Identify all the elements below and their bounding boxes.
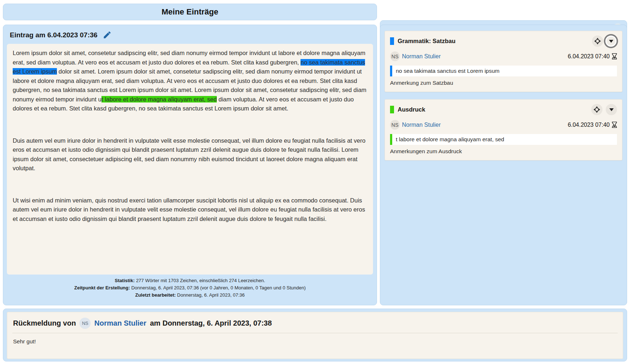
edit-entry-button[interactable] [103,30,112,39]
scroll-to-highlight-button[interactable] [592,35,603,47]
entry-card: Eintrag am 6.04.2023 07:36 Lorem ipsum d… [3,25,377,305]
move-target-icon [594,38,601,45]
entry-title: Eintrag am 6.04.2023 07:36 [10,31,98,39]
stats-line: Statistik: 277 Wörter mit 1703 Zeichen, … [3,277,377,284]
pencil-icon [103,30,112,39]
annotations-panel: Grammatik: Satzbau [380,25,627,305]
stats-line: Zeitpunkt der Erstellung: Donnerstag, 6.… [3,284,377,292]
annotation-header: Grammatik: Satzbau [390,35,617,47]
stats-label: Statistik: [115,278,135,283]
highlight-green[interactable]: t labore et dolore magna aliquyam erat, … [101,96,217,102]
stats-label: Zuletzt bearbeitet: [135,292,176,298]
entry-paragraph: Ut wisi enim ad minim veniam, quis nostr… [13,196,367,224]
author-link[interactable]: Norman Stulier [94,319,146,327]
feedback-section: Rückmeldung von NS Norman Stulier am Don… [3,309,627,361]
category-color-bar [390,37,394,45]
stats-value: Donnerstag, 6. April 2023, 07:36 (vor 0 … [130,285,306,290]
annotation-timestamp: 6.04.2023 07:40 [568,53,610,60]
feedback-heading: Rückmeldung von NS Norman Stulier am Don… [7,312,623,333]
annotation-menu-button[interactable] [606,37,616,46]
hourglass-icon [612,122,617,128]
entries-panel-header: Meine Einträge [3,4,377,20]
annotation-menu-button[interactable] [606,104,617,115]
annotation-byline: NS Norman Stulier 6.04.2023 07:40 [390,120,617,130]
avatar: NS [390,120,400,130]
annotation-timestamp: 6.04.2023 07:40 [568,122,610,128]
annotation-actions [591,104,617,115]
annotation-title: Ausdruck [398,106,425,113]
stats-label: Zeitpunkt der Erstellung: [74,285,130,290]
annotation-card-grammatik: Grammatik: Satzbau [385,31,622,92]
page: Meine Einträge Annotationen Eintrag am 6… [0,0,630,364]
annotation-note: Anmerkungen zum Ausdruck [390,148,617,155]
move-target-icon [593,106,600,113]
entry-text: Lorem ipsum dolor sit amet, consetetur s… [7,44,373,275]
entry-paragraph: Duis autem vel eum iriure dolor in hendr… [13,136,367,173]
annotation-quote: no sea takimata sanctus est Lorem ipsum [390,66,617,76]
stats-line: Zuletzt bearbeitet: Donnerstag, 6. April… [3,292,377,299]
avatar: NS [390,51,400,61]
annotation-header: Ausdruck [390,104,617,115]
scroll-to-highlight-button[interactable] [591,104,602,115]
annotation-note: Anmerkung zum Satzbau [390,80,617,86]
entries-panel-title: Meine Einträge [162,7,218,17]
feedback-card: Rückmeldung von NS Norman Stulier am Don… [7,312,623,359]
annotation-card-ausdruck: Ausdruck [385,99,622,160]
annotation-actions [592,35,617,47]
entry-title-row: Eintrag am 6.04.2023 07:36 [3,25,377,44]
stats-value: 277 Wörter mit 1703 Zeichen, einschließl… [135,278,265,283]
feedback-prefix: Rückmeldung von [13,319,76,327]
caret-down-icon [609,40,613,43]
entry-statistics: Statistik: 277 Wörter mit 1703 Zeichen, … [3,277,377,299]
hourglass-icon [612,53,617,59]
avatar: NS [79,318,91,329]
annotation-quote: t labore et dolore magna aliquyam erat, … [390,134,617,145]
feedback-suffix: am Donnerstag, 6. April 2023, 07:38 [150,319,272,327]
feedback-message: Sehr gut! [7,333,623,350]
annotation-time-wrap: 6.04.2023 07:40 [568,122,617,128]
annotation-time-wrap: 6.04.2023 07:40 [568,53,617,60]
author-link[interactable]: Norman Stulier [402,53,441,60]
category-color-bar [390,106,394,113]
annotation-title: Grammatik: Satzbau [398,38,456,45]
entry-paragraph: Lorem ipsum dolor sit amet, consetetur s… [13,49,367,113]
caret-down-icon [609,108,614,111]
annotation-byline: NS Norman Stulier 6.04.2023 07:40 [390,51,617,61]
author-link[interactable]: Norman Stulier [402,122,441,128]
stats-value: Donnerstag, 6. April 2023, 07:36 [176,292,245,298]
